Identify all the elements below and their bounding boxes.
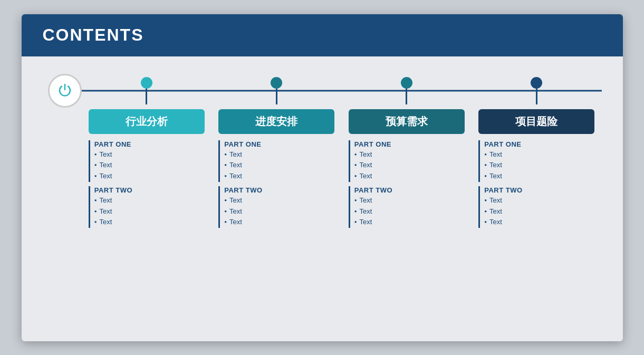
timeline-node-2 xyxy=(271,77,282,104)
list-item: Text xyxy=(354,217,465,228)
section-title-1-1: PART ONE xyxy=(94,140,205,148)
node-stem-3 xyxy=(406,89,407,104)
card-label-4: 项目题险 xyxy=(478,109,594,134)
header-title: CONTENTS xyxy=(43,25,144,45)
list-item: Text xyxy=(354,149,465,160)
timeline-row xyxy=(43,72,602,109)
list-item: Text xyxy=(484,195,594,206)
list-item: Text xyxy=(354,171,465,182)
card-column-1: 行业分析 PART ONE Text Text Text PART TWO Te… xyxy=(89,109,205,233)
list-item: Text xyxy=(224,195,334,206)
node-stem-1 xyxy=(146,89,147,104)
list-item: Text xyxy=(224,217,334,228)
header: CONTENTS xyxy=(22,14,623,56)
content-area: 行业分析 PART ONE Text Text Text PART TWO Te… xyxy=(22,56,623,341)
power-icon xyxy=(48,74,82,108)
list-item: Text xyxy=(484,160,594,171)
section-block-4-1: PART ONE Text Text Text xyxy=(478,140,594,182)
node-stem-4 xyxy=(536,89,537,104)
node-dot-1 xyxy=(141,77,152,89)
list-item: Text xyxy=(224,149,334,160)
list-item: Text xyxy=(224,171,334,182)
power-svg-icon xyxy=(56,82,73,99)
section-block-2-1: PART ONE Text Text Text xyxy=(218,140,334,182)
node-stem-2 xyxy=(276,89,277,104)
section-items-2-1: Text Text Text xyxy=(224,149,334,182)
section-title-3-1: PART ONE xyxy=(354,140,465,148)
section-title-2-1: PART ONE xyxy=(224,140,334,148)
section-items-4-2: Text Text Text xyxy=(484,195,594,228)
section-items-4-1: Text Text Text xyxy=(484,149,594,182)
list-item: Text xyxy=(94,206,205,217)
node-dot-2 xyxy=(271,77,282,89)
list-item: Text xyxy=(354,160,465,171)
list-item: Text xyxy=(354,195,465,206)
card-label-3: 预算需求 xyxy=(349,109,465,134)
list-item: Text xyxy=(484,171,594,182)
list-item: Text xyxy=(94,217,205,228)
section-title-3-2: PART TWO xyxy=(354,186,465,194)
section-block-1-1: PART ONE Text Text Text xyxy=(89,140,205,182)
timeline-node-3 xyxy=(401,77,412,104)
card-column-4: 项目题险 PART ONE Text Text Text PART TWO Te… xyxy=(478,109,594,233)
slide: CONTENTS xyxy=(22,14,623,341)
section-items-3-1: Text Text Text xyxy=(354,149,465,182)
timeline-node-4 xyxy=(531,77,542,104)
section-items-3-2: Text Text Text xyxy=(354,195,465,228)
node-dot-4 xyxy=(531,77,542,89)
section-block-3-1: PART ONE Text Text Text xyxy=(349,140,465,182)
card-column-3: 预算需求 PART ONE Text Text Text PART TWO Te… xyxy=(349,109,465,233)
card-label-2: 进度安排 xyxy=(218,109,334,134)
list-item: Text xyxy=(354,206,465,217)
timeline-nodes xyxy=(82,77,602,104)
cards-row: 行业分析 PART ONE Text Text Text PART TWO Te… xyxy=(43,109,602,233)
section-title-2-2: PART TWO xyxy=(224,186,334,194)
list-item: Text xyxy=(94,171,205,182)
section-block-3-2: PART TWO Text Text Text xyxy=(349,186,465,228)
timeline-node-1 xyxy=(141,77,152,104)
list-item: Text xyxy=(224,206,334,217)
list-item: Text xyxy=(484,149,594,160)
section-title-4-1: PART ONE xyxy=(484,140,594,148)
section-block-1-2: PART TWO Text Text Text xyxy=(89,186,205,228)
section-title-4-2: PART TWO xyxy=(484,186,594,194)
section-title-1-2: PART TWO xyxy=(94,186,205,194)
section-items-1-1: Text Text Text xyxy=(94,149,205,182)
list-item: Text xyxy=(484,217,594,228)
section-block-4-2: PART TWO Text Text Text xyxy=(478,186,594,228)
node-dot-3 xyxy=(401,77,412,89)
card-column-2: 进度安排 PART ONE Text Text Text PART TWO Te… xyxy=(218,109,334,233)
list-item: Text xyxy=(484,206,594,217)
list-item: Text xyxy=(94,195,205,206)
section-items-1-2: Text Text Text xyxy=(94,195,205,228)
card-label-1: 行业分析 xyxy=(89,109,205,134)
list-item: Text xyxy=(94,160,205,171)
list-item: Text xyxy=(224,160,334,171)
list-item: Text xyxy=(94,149,205,160)
section-block-2-2: PART TWO Text Text Text xyxy=(218,186,334,228)
section-items-2-2: Text Text Text xyxy=(224,195,334,228)
